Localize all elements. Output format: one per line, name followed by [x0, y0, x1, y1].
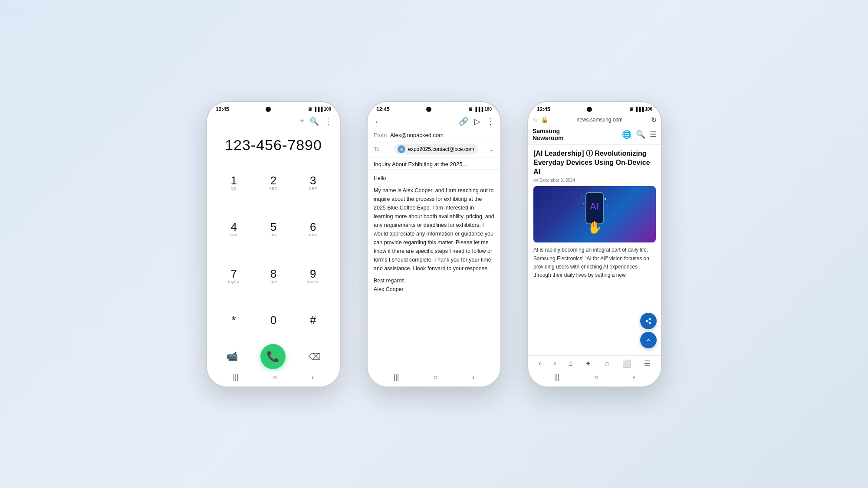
lock-icon: 🔒 — [541, 116, 548, 123]
key-4[interactable]: 4 GHI — [215, 207, 253, 252]
home-icon[interactable]: ⌂ — [569, 359, 573, 368]
status-time-3: 12:45 — [537, 106, 550, 112]
browser-bottom-bar: ‹ › ⌂ ✦ ☆ ⬜ ☰ — [528, 355, 661, 371]
from-value: Alex@unpacked.com — [390, 132, 444, 138]
browser-nav: SamsungNewsroom 🌐 🔍 ☰ — [528, 126, 661, 145]
attach-icon[interactable]: 🔗 — [459, 117, 468, 126]
nav-back-icon-2[interactable]: ‹ — [472, 373, 474, 381]
to-chip[interactable]: A expo2025.contact@bce.com — [394, 144, 477, 154]
email-actions: 🔗 ▷ ⋮ — [459, 117, 494, 126]
article-image: AI ✋ — [533, 186, 656, 242]
key-9[interactable]: 9 WXYZ — [294, 253, 332, 298]
email-body: Hello My name is Alex Cooper, and I am r… — [368, 170, 500, 371]
article-date: on December 9, 2024 — [533, 178, 656, 183]
phone-email: 12:45 🖥 ▐▐▐ 100 ← 🔗 ▷ ⋮ From Alex@unpack… — [367, 101, 501, 387]
status-bar-2: 12:45 🖥 ▐▐▐ 100 — [368, 102, 500, 114]
phone-browser: 12:45 🖥 ▐▐▐ 100 ☆ 🔒 news.samsung.com ↻ S… — [527, 101, 662, 387]
more-icon[interactable]: ⋮ — [324, 117, 332, 126]
phone-dialer: 12:45 🖥 ▐▐▐ 100 + 🔍 ⋮ 123-456-7890 1 QD … — [206, 101, 341, 387]
phone-graphic: AI ✋ — [577, 190, 612, 238]
camera-notch-2 — [426, 107, 431, 112]
bookmark-icon[interactable]: ☆ — [604, 359, 610, 368]
keypad: 1 QD 2 ABC 3 DEF 4 GHI 5 JKL 6 MNO — [211, 160, 335, 341]
key-7[interactable]: 7 PQRS — [215, 253, 253, 298]
nav-home-icon-3[interactable]: ○ — [594, 373, 598, 381]
key-5[interactable]: 5 JKL — [254, 207, 292, 252]
dial-row: 📹 📞 ⌫ — [211, 341, 335, 371]
more-icon[interactable]: ⋮ — [487, 117, 494, 126]
browser-toolbar: ☆ 🔒 news.samsung.com ↻ — [528, 114, 661, 126]
call-button[interactable]: 📞 — [260, 344, 286, 369]
site-name: SamsungNewsroom — [533, 128, 564, 142]
key-3[interactable]: 3 DEF — [294, 160, 332, 205]
back-icon[interactable]: ← — [374, 117, 382, 127]
key-0[interactable]: 0 — [254, 300, 292, 340]
key-star[interactable]: * — [215, 300, 253, 340]
ai-icon[interactable]: ✦ — [585, 359, 591, 368]
forward-icon[interactable]: › — [553, 359, 556, 368]
status-time-1: 12:45 — [216, 106, 229, 112]
article-text: AI is rapidly becoming an integral part … — [533, 246, 656, 279]
search-icon-3[interactable]: 🔍 — [636, 130, 645, 139]
backspace-icon[interactable]: ⌫ — [309, 351, 321, 362]
nav-bar-1: ||| ○ ‹ — [207, 371, 340, 386]
to-label: To — [374, 146, 380, 152]
to-email: expo2025.contact@bce.com — [408, 146, 474, 152]
nav-recent-icon[interactable]: ||| — [233, 373, 238, 381]
globe-icon[interactable]: 🌐 — [622, 130, 631, 139]
status-icons-3: 🖥 ▐▐▐ 100 — [629, 107, 652, 111]
email-content: ← 🔗 ▷ ⋮ From Alex@unpacked.com To A expo… — [368, 114, 500, 371]
camera-notch-3 — [587, 107, 592, 112]
browser-url[interactable]: news.samsung.com — [548, 117, 651, 123]
add-contact-icon[interactable]: + — [299, 117, 304, 126]
article-title: [AI Leadership] ⓘ Revolutionizing Everyd… — [533, 149, 656, 176]
tabs-icon[interactable]: ⬜ — [622, 359, 631, 368]
nav-recent-icon-3[interactable]: ||| — [554, 373, 559, 381]
share-icon — [645, 318, 652, 324]
svg-point-7 — [607, 205, 608, 206]
email-subject: Inquiry About Exhibiting at the 2025... — [368, 157, 500, 170]
share-fab-button[interactable] — [640, 313, 657, 329]
send-icon[interactable]: ▷ — [474, 117, 480, 126]
from-label: From — [374, 132, 387, 138]
nav-recent-icon-2[interactable]: ||| — [394, 373, 399, 381]
star-icon[interactable]: ☆ — [533, 116, 538, 123]
browser-stars: ☆ 🔒 — [533, 116, 548, 123]
key-1[interactable]: 1 QD — [215, 160, 253, 205]
nav-home-icon-2[interactable]: ○ — [434, 373, 438, 381]
status-time-2: 12:45 — [376, 106, 390, 112]
email-closing: Best regards, Alex Cooper — [374, 276, 494, 294]
back-icon-3[interactable]: ‹ — [539, 359, 541, 368]
article-content: [AI Leadership] ⓘ Revolutionizing Everyd… — [528, 145, 661, 355]
svg-point-5 — [583, 203, 585, 204]
expand-icon[interactable]: ⌄ — [489, 145, 494, 153]
email-toolbar: ← 🔗 ▷ ⋮ — [368, 114, 500, 129]
scroll-up-fab-button[interactable] — [640, 332, 657, 348]
menu-icon[interactable]: ☰ — [650, 130, 657, 139]
svg-text:✋: ✋ — [587, 220, 602, 235]
avatar-small: A — [398, 145, 405, 153]
menu-icon-3[interactable]: ☰ — [644, 359, 651, 368]
email-body-text: My name is Alex Cooper, and I am reachin… — [374, 186, 494, 273]
key-6[interactable]: 6 MNO — [294, 207, 332, 252]
key-8[interactable]: 8 TUV — [254, 253, 292, 298]
status-bar-1: 12:45 🖥 ▐▐▐ 100 — [207, 102, 340, 114]
nav-back-icon[interactable]: ‹ — [312, 373, 314, 381]
nav-home-icon[interactable]: ○ — [273, 373, 277, 381]
key-2[interactable]: 2 ABC — [254, 160, 292, 205]
key-hash[interactable]: # — [294, 300, 332, 340]
nav-bar-2: ||| ○ ‹ — [368, 371, 500, 386]
dialed-number: 123-456-7890 — [211, 128, 335, 160]
status-icons-2: 🖥 ▐▐▐ 100 — [468, 107, 492, 111]
reload-icon[interactable]: ↻ — [651, 116, 657, 124]
nav-back-icon-3[interactable]: ‹ — [633, 373, 635, 381]
svg-text:AI: AI — [590, 201, 599, 212]
browser-content: ☆ 🔒 news.samsung.com ↻ SamsungNewsroom 🌐… — [528, 114, 661, 371]
up-arrow-icon — [645, 337, 652, 344]
nav-bar-3: ||| ○ ‹ — [528, 371, 661, 386]
video-call-icon[interactable]: 📹 — [226, 351, 238, 362]
search-icon[interactable]: 🔍 — [309, 117, 319, 126]
status-bar-3: 12:45 🖥 ▐▐▐ 100 — [528, 102, 661, 114]
from-field: From Alex@unpacked.com — [368, 129, 500, 141]
email-greeting: Hello — [374, 174, 494, 183]
